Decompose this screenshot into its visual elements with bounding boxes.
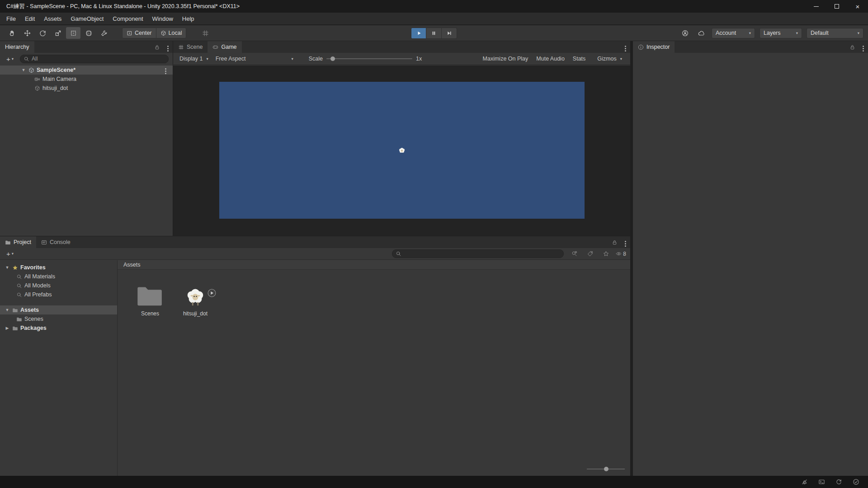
- inspector-menu-button[interactable]: [863, 44, 864, 51]
- hierarchy-search[interactable]: [20, 55, 169, 63]
- search-by-type-button[interactable]: [568, 249, 580, 259]
- chevron-down-icon[interactable]: ▼: [5, 308, 10, 312]
- project-lock-button[interactable]: [609, 237, 620, 248]
- cloud-services-button[interactable]: [695, 28, 707, 38]
- chevron-down-icon[interactable]: ▼: [21, 68, 26, 72]
- minimize-icon: [814, 6, 819, 7]
- project-search-tools: 8: [568, 249, 626, 259]
- grid-snap-button[interactable]: [198, 27, 212, 39]
- minimize-button[interactable]: [806, 0, 826, 13]
- project-tree-packages[interactable]: ▶ Packages: [0, 324, 117, 333]
- scale-slider-track[interactable]: [326, 58, 412, 59]
- tab-scene[interactable]: Scene: [173, 41, 208, 53]
- hierarchy-item-main-camera[interactable]: Main Camera: [0, 75, 173, 84]
- menu-item-window[interactable]: Window: [148, 13, 178, 24]
- rotate-tool-button[interactable]: [35, 27, 50, 39]
- search-by-label-button[interactable]: [584, 249, 596, 259]
- project-tree-scenes[interactable]: Scenes: [0, 314, 117, 324]
- console-status-button[interactable]: [816, 477, 827, 488]
- scale-slider-knob[interactable]: [330, 56, 335, 61]
- chevron-right-icon[interactable]: ▶: [5, 326, 10, 330]
- project-create-button[interactable]: + ▾: [4, 250, 16, 257]
- rect-tool-button[interactable]: [66, 27, 80, 39]
- hierarchy-search-input[interactable]: [32, 56, 165, 62]
- save-search-button[interactable]: [600, 249, 612, 259]
- tab-inspector[interactable]: Inspector: [633, 41, 675, 53]
- hidden-packages-button[interactable]: 8: [616, 251, 626, 257]
- project-tree-assets[interactable]: ▼ Assets: [0, 305, 117, 314]
- layers-dropdown[interactable]: Layers ▾: [760, 28, 802, 38]
- play-button[interactable]: [411, 28, 426, 39]
- inspector-lock-button[interactable]: [846, 42, 858, 52]
- project-menu-button[interactable]: [625, 239, 626, 246]
- hand-tool-button[interactable]: [5, 27, 19, 39]
- expand-subassets-button[interactable]: [208, 289, 216, 297]
- tab-game[interactable]: Game: [208, 41, 241, 53]
- account-dropdown[interactable]: Account ▾: [712, 28, 755, 38]
- menu-item-gameobject[interactable]: GameObject: [66, 13, 108, 24]
- gizmos-label: Gizmos: [597, 56, 616, 62]
- mute-notifications-button[interactable]: [798, 477, 810, 488]
- chevron-down-icon[interactable]: ▼: [5, 265, 10, 270]
- transform-tool-button[interactable]: [81, 27, 96, 39]
- mute-audio-button[interactable]: Mute Audio: [536, 56, 565, 62]
- custom-tool-button[interactable]: [97, 27, 111, 39]
- kebab-menu-icon: [625, 243, 626, 244]
- sheep-sprite-thumbnail: [185, 286, 206, 307]
- slider-knob[interactable]: [604, 467, 609, 471]
- background-tasks-button[interactable]: [833, 477, 844, 488]
- space-toggle-button[interactable]: Local: [156, 28, 187, 38]
- menu-item-help[interactable]: Help: [178, 13, 199, 24]
- hierarchy-create-button[interactable]: + ▾: [4, 56, 16, 62]
- thumbnail-size-slider[interactable]: [587, 466, 625, 472]
- version-control-button[interactable]: [679, 28, 691, 38]
- menu-item-file[interactable]: File: [2, 13, 20, 24]
- hierarchy-lock-button[interactable]: [151, 42, 163, 52]
- tab-project[interactable]: Project: [0, 236, 36, 248]
- favorites-star-icon: [12, 265, 18, 271]
- collab-status-button[interactable]: [850, 477, 862, 488]
- project-tree-all-models[interactable]: All Models: [0, 281, 117, 290]
- display-dropdown[interactable]: Display 1 ▾: [176, 53, 212, 65]
- play-icon: [416, 30, 422, 36]
- pivot-toggle-button[interactable]: Center: [122, 28, 156, 38]
- hierarchy-item-hitsuji-dot[interactable]: hitsuji_dot: [0, 84, 173, 93]
- project-search-input[interactable]: [404, 251, 560, 257]
- move-tool-button[interactable]: [20, 27, 34, 39]
- hierarchy-tree: ▼ SampleScene* Main Camera hitsuji_dot: [0, 65, 173, 93]
- layout-dropdown[interactable]: Default ▾: [807, 28, 863, 38]
- viewport-menu-button[interactable]: [625, 44, 626, 51]
- aspect-ratio-dropdown[interactable]: Free Aspect ▾: [212, 53, 297, 65]
- project-search[interactable]: [392, 249, 564, 258]
- project-header-tools: [609, 236, 630, 248]
- step-button[interactable]: [442, 28, 457, 39]
- menu-item-edit[interactable]: Edit: [20, 13, 39, 24]
- asset-item-scenes[interactable]: Scenes: [131, 282, 169, 317]
- project-tree-all-materials[interactable]: All Materials: [0, 272, 117, 281]
- caret-down-icon: ▾: [12, 252, 14, 256]
- search-icon: [396, 251, 401, 257]
- stats-button[interactable]: Stats: [573, 56, 586, 62]
- tab-hierarchy[interactable]: Hierarchy: [0, 41, 34, 53]
- project-tree-favorites[interactable]: ▼ Favorites: [0, 263, 117, 272]
- assets-root-label: Assets: [20, 307, 39, 313]
- maximize-on-play-button[interactable]: Maximize On Play: [483, 56, 528, 62]
- scale-slider[interactable]: [326, 56, 412, 62]
- menu-item-component[interactable]: Component: [108, 13, 147, 24]
- local-space-icon: [160, 30, 166, 36]
- hierarchy-item-scene[interactable]: ▼ SampleScene*: [0, 66, 173, 75]
- game-render[interactable]: [219, 82, 585, 219]
- pause-button[interactable]: [426, 28, 442, 39]
- gizmos-dropdown[interactable]: Gizmos ▾: [594, 56, 626, 62]
- menu-item-assets[interactable]: Assets: [39, 13, 66, 24]
- project-tree-all-prefabs[interactable]: All Prefabs: [0, 290, 117, 299]
- game-toolbar-right: Maximize On Play Mute Audio Stats Gizmos…: [483, 56, 627, 62]
- scene-menu-button[interactable]: [165, 67, 166, 73]
- close-button[interactable]: ×: [847, 0, 868, 13]
- maximize-button[interactable]: [826, 0, 847, 13]
- hierarchy-menu-button[interactable]: [167, 44, 169, 51]
- scale-tool-button[interactable]: [51, 27, 65, 39]
- asset-item-hitsuji-dot[interactable]: hitsuji_dot: [176, 282, 214, 317]
- layers-label: Layers: [764, 30, 781, 36]
- tab-console[interactable]: Console: [36, 236, 75, 248]
